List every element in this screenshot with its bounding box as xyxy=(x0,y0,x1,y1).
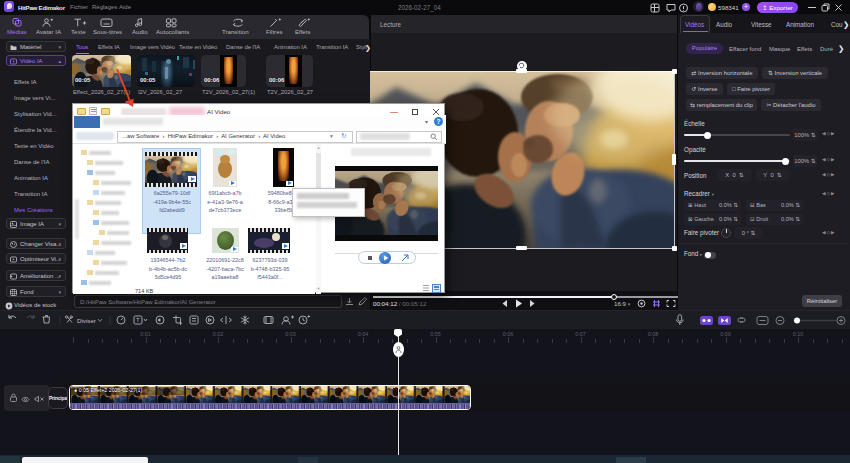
svg-text:Diviser: Diviser xyxy=(77,317,96,324)
svg-text:T: T xyxy=(136,317,140,323)
